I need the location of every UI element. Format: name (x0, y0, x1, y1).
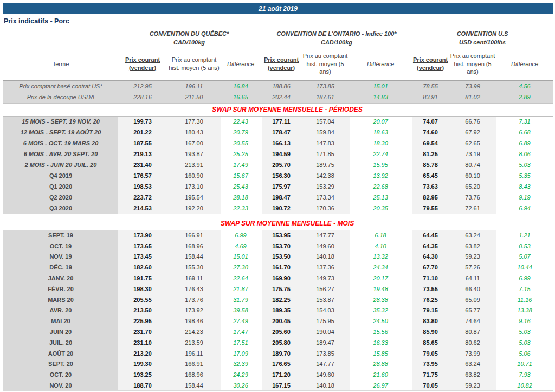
difference-cell: 20.07 (350, 116, 411, 127)
row-label: AVR. 20 (3, 305, 118, 316)
difference-cell: 17.47 (221, 326, 260, 337)
difference-cell: 17.51 (221, 337, 260, 348)
row-label: AOÛT 20 (3, 348, 118, 359)
difference-cell: 18.63 (350, 127, 411, 138)
row-label: Q4 2019 (3, 170, 118, 181)
price-current-cell: 231.40 (118, 159, 167, 170)
convention-title-row: CONVENTION DU QUÉBEC* CONVENTION DE L'ON… (3, 27, 553, 37)
price-hist-cell: 214.23 (167, 326, 221, 337)
price-hist-cell: 65.20 (449, 181, 496, 192)
difference-cell: 6.99 (221, 230, 260, 241)
price-current-cell: 202.44 (262, 92, 300, 103)
difference-cell: 1.21 (496, 230, 553, 241)
price-current-cell: 205.70 (262, 159, 300, 170)
price-current-cell: 205.60 (262, 326, 300, 337)
price-current-cell: 76.25 (412, 294, 449, 305)
price-hist-cell: 173.85 (300, 348, 350, 359)
price-hist-cell: 198.46 (167, 316, 221, 326)
difference-header: Différence (221, 48, 260, 80)
table-row: 15 MOIS - SEPT. 19 NOV. 20199.73177.3022… (3, 116, 553, 127)
price-hist-cell: 176.43 (167, 284, 221, 294)
price-current-cell: 85.90 (412, 326, 449, 337)
section-title: SWAP SUR MOYENNE MENSUELLE - MOIS (3, 214, 553, 230)
price-current-cell: 74.60 (412, 127, 449, 138)
price-current-cell: 182.25 (262, 294, 300, 305)
price-current-cell: 213.50 (118, 305, 167, 316)
current-price-header-line2: (vendeur) (268, 65, 295, 71)
price-hist-cell: 190.04 (300, 326, 350, 337)
price-hist-cell: 73.99 (449, 80, 496, 92)
price-hist-cell: 57.26 (449, 262, 496, 273)
difference-cell: 11.16 (496, 294, 553, 305)
table-row: Q2 2020223.72195.5428.18198.47173.3425.1… (3, 192, 553, 203)
price-hist-cell: 63.82 (449, 369, 496, 380)
difference-cell: 28.18 (221, 192, 260, 203)
current-price-header-line2: (vendeur) (129, 65, 156, 71)
difference-cell: 19.48 (350, 284, 411, 294)
price-hist-cell: 196.11 (167, 80, 221, 92)
table-row: AOÛT 20213.20196.1117.09189.70173.8515.8… (3, 348, 553, 359)
price-current-cell: 74.07 (412, 116, 449, 127)
price-hist-cell: 137.36 (300, 262, 350, 273)
price-current-cell: 153.70 (262, 241, 300, 252)
price-current-cell: 173.45 (118, 252, 167, 262)
row-label: Prix comptant basé contrat US* (3, 80, 118, 92)
row-label: Q2 2020 (3, 192, 118, 203)
price-hist-cell: 66.76 (449, 116, 496, 127)
table-header: CONVENTION DU QUÉBEC* CONVENTION DE L'ON… (3, 27, 553, 80)
price-hist-cell: 59.23 (449, 380, 496, 391)
price-hist-cell: 149.60 (300, 369, 350, 380)
price-hist-cell: 73.99 (449, 348, 496, 359)
difference-cell: 25.25 (221, 149, 260, 159)
price-current-cell: 198.53 (118, 181, 167, 192)
difference-cell: 22.64 (221, 273, 260, 284)
row-label: JANV. 20 (3, 273, 118, 284)
table-row: Prix de la découpe USDA228.16211.5016.65… (3, 92, 553, 103)
page-title: Prix indicatifs - Porc (4, 17, 552, 26)
price-hist-cell: 168.96 (167, 241, 221, 252)
price-hist-cell: 155.30 (167, 262, 221, 273)
price-current-cell: 79.05 (412, 348, 449, 359)
table-row: SEPT. 19173.90166.916.99153.95147.776.18… (3, 230, 553, 241)
current-price-header-line2: (vendeur) (417, 65, 444, 71)
price-hist-cell: 147.77 (300, 359, 350, 370)
price-current-cell: 231.10 (118, 337, 167, 348)
difference-cell: 8.43 (496, 181, 553, 192)
difference-cell: 27.30 (221, 262, 260, 273)
table-row: DÉC. 19182.60155.3027.30161.70137.3624.3… (3, 262, 553, 273)
table-row: JANV. 20191.75169.1122.64169.90149.7320.… (3, 273, 553, 284)
periodes-rows: 15 MOIS - SEPT. 19 NOV. 20199.73177.3022… (3, 116, 553, 214)
table-row: Q1 2020198.53173.1025.43175.97153.2922.6… (3, 181, 553, 192)
price-current-cell: 166.13 (262, 138, 300, 149)
row-label: Q3 2020 (3, 203, 118, 214)
difference-cell: 7.93 (496, 369, 553, 380)
price-current-cell: 228.16 (118, 92, 167, 103)
price-current-cell: 200.45 (262, 316, 300, 326)
difference-cell: 21.87 (221, 284, 260, 294)
price-current-cell: 189.70 (262, 348, 300, 359)
difference-cell: 6.94 (496, 203, 553, 214)
price-current-cell: 214.53 (118, 203, 167, 214)
price-hist-cell: 63.24 (449, 359, 496, 370)
price-current-cell: 176.65 (262, 359, 300, 370)
difference-cell: 5.06 (496, 348, 553, 359)
price-hist-cell: 60.10 (449, 170, 496, 181)
difference-cell: 0.53 (496, 241, 553, 252)
table-row: MAI 20225.95198.4627.49200.45175.9524.50… (3, 316, 553, 326)
price-current-cell: 205.80 (262, 337, 300, 348)
price-current-cell: 73.55 (412, 284, 449, 294)
table-row: OCT. 20193.25168.9624.29171.20149.6021.6… (3, 369, 553, 380)
table-row: Q4 2019176.57160.9015.67156.30142.3813.9… (3, 170, 553, 181)
table-row: 2 MOIS - JUIN 20 JUIL. 20231.40213.9117.… (3, 159, 553, 170)
section-title-row: SWAP SUR MOYENNE MENSUELLE - PÉRIODES (3, 103, 553, 116)
price-current-cell: 67.70 (412, 262, 449, 273)
price-current-cell: 205.55 (118, 294, 167, 305)
difference-cell: 18.30 (350, 138, 411, 149)
price-current-cell: 153.50 (262, 252, 300, 262)
price-hist-cell: 166.91 (167, 230, 221, 241)
price-current-cell: 188.70 (118, 380, 167, 391)
price-current-cell: 85.78 (412, 159, 449, 170)
difference-cell: 13.38 (496, 305, 553, 316)
price-hist-cell: 81.02 (449, 92, 496, 103)
row-label: 6 MOIS - AVR. 20 SEPT. 20 (3, 149, 118, 159)
